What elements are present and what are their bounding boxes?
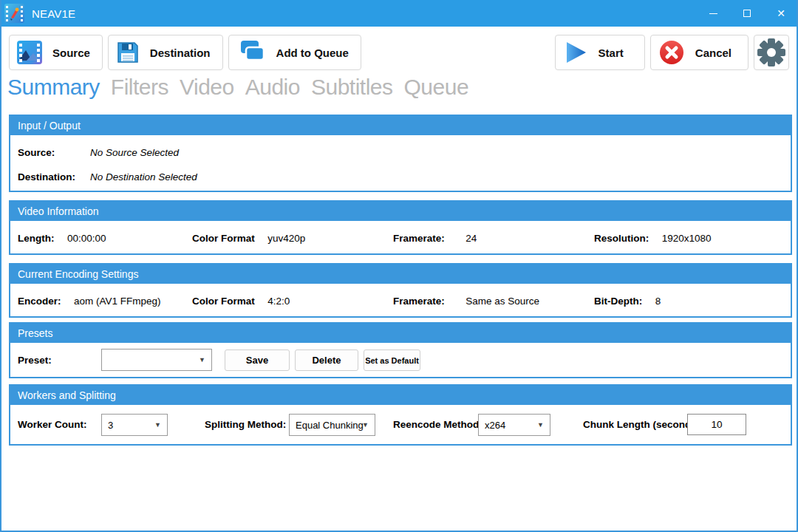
section-encoding-settings: Current Encoding Settings Encoder: aom (…	[9, 263, 792, 318]
tab-queue[interactable]: Queue	[404, 75, 469, 100]
color-format-label: Color Format	[192, 233, 255, 244]
source-button-label: Source	[52, 47, 90, 59]
enc-color-format-value: 4:2:0	[267, 296, 290, 307]
delete-preset-button[interactable]: Delete	[295, 349, 358, 371]
source-value: No Source Selected	[90, 147, 179, 158]
worker-count-dropdown[interactable]: 3 ▼	[101, 414, 168, 436]
toolbar: Source Destination	[9, 32, 789, 73]
settings-button[interactable]	[754, 35, 789, 70]
length-value: 00:00:00	[67, 233, 106, 244]
chunk-length-label: Chunk Length (seconds	[583, 419, 697, 430]
section-presets: Presets Preset: ▼ Save Delete Set as Def…	[9, 322, 792, 378]
section-header: Presets	[10, 324, 791, 343]
section-input-output: Input / Output Source: No Source Selecte…	[9, 115, 792, 192]
reencode-method-label: Reencode Method	[393, 419, 479, 430]
app-logo-icon	[4, 4, 24, 23]
close-button[interactable]: ✕	[764, 0, 798, 27]
section-header: Workers and Splitting	[10, 386, 791, 405]
preset-dropdown[interactable]: ▼	[101, 349, 212, 371]
section-workers-splitting: Workers and Splitting Worker Count: 3 ▼ …	[9, 384, 792, 446]
tab-audio[interactable]: Audio	[245, 75, 300, 100]
cancel-x-icon	[658, 39, 685, 66]
minimize-button[interactable]	[696, 0, 730, 27]
enc-color-format-label: Color Format	[192, 296, 255, 307]
section-video-information: Video Information Length: 00:00:00 Color…	[9, 200, 792, 255]
cancel-button[interactable]: Cancel	[650, 35, 748, 70]
tab-bar: Summary Filters Video Audio Subtitles Qu…	[7, 75, 468, 100]
section-header: Video Information	[10, 202, 791, 221]
bit-depth-field: Bit-Depth: 8	[594, 294, 791, 307]
section-header: Current Encoding Settings	[10, 265, 791, 284]
destination-row: Destination: No Destination Selected	[10, 164, 791, 188]
minimize-icon	[709, 13, 717, 14]
destination-button[interactable]: Destination	[108, 35, 223, 70]
floppy-disk-icon	[116, 41, 140, 64]
worker-count-label: Worker Count:	[18, 419, 87, 430]
color-format-field: Color Format yuv420p	[192, 231, 393, 245]
encoder-label: Encoder:	[18, 296, 61, 307]
bit-depth-label: Bit-Depth:	[594, 296, 642, 307]
section-header: Input / Output	[10, 116, 791, 135]
media-source-icon	[17, 41, 42, 64]
add-to-queue-button-label: Add to Queue	[276, 47, 349, 59]
maximize-icon	[743, 10, 751, 17]
chevron-down-icon: ▼	[154, 421, 161, 429]
encoder-field: Encoder: aom (AV1 FFmpeg)	[18, 294, 192, 307]
resolution-label: Resolution:	[594, 233, 649, 244]
tab-filters[interactable]: Filters	[111, 75, 168, 100]
window-title: NEAV1E	[32, 7, 75, 20]
splitting-method-dropdown[interactable]: Equal Chunking ▼	[289, 414, 375, 436]
framerate-field: Framerate: 24	[393, 231, 594, 245]
chevron-down-icon: ▼	[537, 421, 544, 429]
splitting-method-label: Splitting Method:	[205, 419, 286, 430]
worker-count-value: 3	[108, 420, 113, 431]
start-button[interactable]: Start	[555, 35, 645, 70]
source-row: Source: No Source Selected	[10, 140, 791, 164]
bit-depth-value: 8	[655, 296, 661, 307]
enc-color-format-field: Color Format 4:2:0	[192, 294, 393, 307]
cancel-button-label: Cancel	[695, 47, 732, 59]
start-button-label: Start	[598, 47, 624, 59]
chevron-down-icon: ▼	[199, 356, 205, 364]
enc-framerate-label: Framerate:	[393, 296, 445, 307]
play-icon	[563, 40, 588, 65]
framerate-value: 24	[466, 233, 477, 244]
queue-stack-icon	[236, 39, 266, 66]
length-label: Length:	[18, 233, 55, 244]
chevron-down-icon: ▼	[362, 421, 369, 429]
source-button[interactable]: Source	[9, 35, 103, 70]
tab-video[interactable]: Video	[180, 75, 234, 100]
maximize-button[interactable]	[730, 0, 764, 27]
save-preset-button[interactable]: Save	[225, 349, 290, 371]
chunk-length-input[interactable]	[687, 414, 746, 435]
encoder-value: aom (AV1 FFmpeg)	[74, 296, 161, 307]
resolution-value: 1920x1080	[662, 233, 712, 244]
reencode-method-dropdown[interactable]: x264 ▼	[478, 414, 550, 436]
enc-framerate-value: Same as Source	[466, 296, 539, 307]
tab-summary[interactable]: Summary	[7, 75, 100, 100]
enc-framerate-field: Framerate: Same as Source	[393, 294, 594, 307]
add-to-queue-button[interactable]: Add to Queue	[228, 35, 361, 70]
framerate-label: Framerate:	[393, 233, 445, 244]
close-icon: ✕	[777, 8, 785, 18]
set-default-preset-button[interactable]: Set as Default	[364, 349, 420, 371]
color-format-value: yuv420p	[267, 233, 305, 244]
title-bar: NEAV1E ✕	[0, 0, 798, 27]
app-window: NEAV1E ✕	[0, 0, 798, 532]
source-label: Source:	[18, 147, 55, 158]
preset-label: Preset:	[18, 355, 52, 366]
reencode-method-value: x264	[485, 420, 505, 431]
tab-subtitles[interactable]: Subtitles	[311, 75, 393, 100]
splitting-method-value: Equal Chunking	[296, 420, 364, 431]
length-field: Length: 00:00:00	[18, 231, 192, 245]
resolution-field: Resolution: 1920x1080	[594, 231, 791, 245]
gear-icon	[756, 37, 787, 68]
destination-label: Destination:	[18, 171, 75, 183]
destination-button-label: Destination	[150, 47, 211, 59]
destination-value: No Destination Selected	[90, 171, 197, 183]
